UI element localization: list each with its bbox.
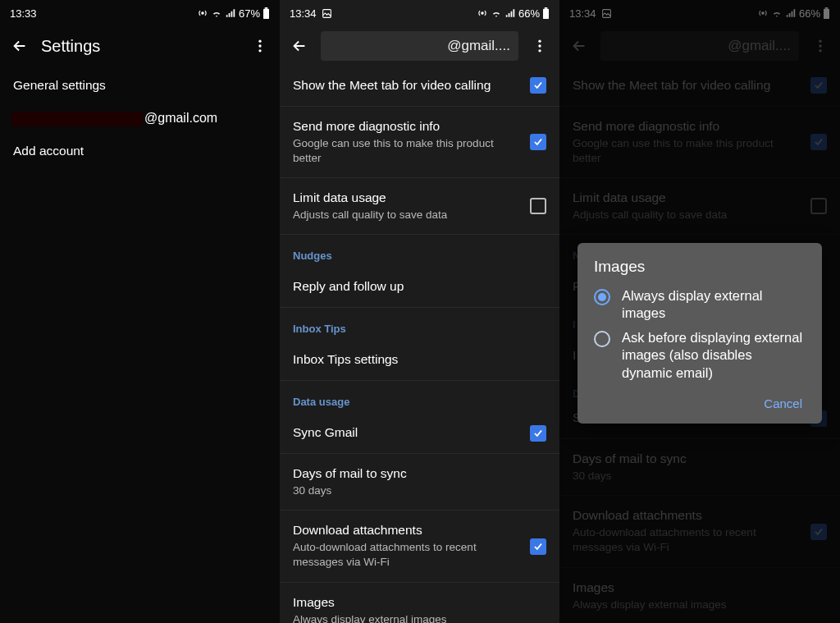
screenshot-icon — [322, 8, 332, 19]
radio-selected[interactable] — [594, 289, 610, 305]
svg-point-4 — [258, 44, 261, 47]
hotspot-icon — [477, 7, 488, 19]
checkbox[interactable] — [530, 77, 546, 94]
svg-point-5 — [258, 49, 261, 52]
radio-unselected[interactable] — [594, 331, 610, 347]
app-header: @gmail.... — [280, 26, 559, 66]
row-label: Add account — [13, 143, 267, 160]
row-sub: 30 days — [293, 483, 546, 498]
images-dialog: Images Always display external images As… — [578, 243, 822, 424]
battery-icon — [262, 7, 270, 19]
more-button[interactable] — [247, 33, 273, 59]
reply-followup-row[interactable]: Reply and follow up — [280, 267, 559, 308]
back-button[interactable] — [286, 33, 313, 59]
row-label: Days of mail to sync — [293, 465, 546, 483]
svg-point-12 — [538, 49, 541, 52]
diagnostic-row[interactable]: Send more diagnostic infoGoogle can use … — [280, 107, 559, 178]
hotspot-icon — [197, 7, 208, 19]
option-ask-before[interactable]: Ask before displaying external images (a… — [594, 326, 806, 385]
svg-point-7 — [482, 12, 483, 14]
page-title: Settings — [41, 37, 100, 56]
row-sub: Auto-download attachments to recent mess… — [293, 540, 520, 570]
row-label: Sync Gmail — [293, 424, 520, 442]
account-selector[interactable]: @gmail.... — [321, 31, 518, 61]
email-suffix: @gmail.com — [144, 111, 217, 125]
section-data-usage: Data usage — [280, 381, 559, 413]
more-button[interactable] — [527, 33, 553, 59]
inbox-tips-row[interactable]: Inbox Tips settings — [280, 340, 559, 381]
wifi-icon — [491, 7, 502, 19]
general-settings-row[interactable]: General settings — [0, 66, 280, 106]
svg-rect-8 — [543, 9, 549, 19]
row-sub: Adjusts call quality to save data — [293, 208, 520, 222]
sync-gmail-row[interactable]: Sync Gmail — [280, 413, 559, 454]
back-button[interactable] — [7, 33, 33, 59]
option-always-display[interactable]: Always display external images — [594, 284, 806, 326]
svg-point-3 — [258, 40, 261, 43]
row-label: Limit data usage — [293, 190, 520, 207]
svg-point-11 — [538, 44, 541, 47]
account-settings-list: Show the Meet tab for video calling Send… — [280, 66, 559, 623]
row-sub: Always display external images — [293, 612, 546, 623]
svg-rect-2 — [265, 7, 268, 9]
row-label: General settings — [13, 77, 267, 94]
signal-icon — [504, 7, 516, 19]
account-email: @gmail.... — [447, 38, 510, 54]
checkbox[interactable] — [530, 198, 546, 214]
row-label: Show the Meet tab for video calling — [293, 77, 520, 94]
limit-data-row[interactable]: Limit data usageAdjusts call quality to … — [280, 178, 559, 235]
checkbox[interactable] — [530, 425, 546, 442]
row-label: Download attachments — [293, 522, 520, 539]
wifi-icon — [211, 7, 222, 19]
redacted-email — [11, 112, 143, 126]
status-battery: 67% — [239, 7, 260, 20]
status-bar: 13:34 66% — [280, 0, 559, 26]
row-label: Reply and follow up — [293, 278, 546, 295]
checkbox[interactable] — [530, 134, 546, 150]
cancel-button[interactable]: Cancel — [760, 392, 806, 415]
svg-point-0 — [202, 12, 203, 14]
app-header: Settings — [0, 26, 280, 66]
battery-icon — [542, 7, 550, 19]
add-account-row[interactable]: Add account — [0, 131, 280, 172]
option-label: Always display external images — [622, 287, 806, 323]
status-battery: 66% — [518, 7, 540, 20]
meet-tab-row[interactable]: Show the Meet tab for video calling — [280, 66, 559, 107]
row-label: Images — [293, 594, 546, 612]
checkbox[interactable] — [530, 538, 546, 555]
status-time: 13:33 — [10, 7, 37, 20]
account-email-row[interactable]: @gmail.com — [0, 106, 280, 131]
section-inbox-tips: Inbox Tips — [280, 308, 559, 340]
row-sub: Google can use this to make this product… — [293, 136, 520, 166]
signal-icon — [225, 7, 236, 19]
row-label: Inbox Tips settings — [293, 351, 546, 369]
option-label: Ask before displaying external images (a… — [622, 329, 806, 382]
row-label: Send more diagnostic info — [293, 118, 520, 135]
svg-point-10 — [538, 40, 541, 43]
days-sync-row[interactable]: Days of mail to sync30 days — [280, 454, 559, 511]
download-attachments-row[interactable]: Download attachmentsAuto-download attach… — [280, 511, 559, 582]
section-nudges: Nudges — [280, 235, 559, 267]
status-time: 13:34 — [290, 7, 317, 20]
images-row[interactable]: ImagesAlways display external images — [280, 583, 559, 623]
settings-list: General settings @gmail.com Add account — [0, 66, 280, 623]
dialog-title: Images — [594, 258, 806, 276]
status-bar: 13:33 67% — [0, 0, 280, 26]
svg-rect-9 — [545, 7, 548, 9]
svg-rect-1 — [263, 9, 269, 19]
